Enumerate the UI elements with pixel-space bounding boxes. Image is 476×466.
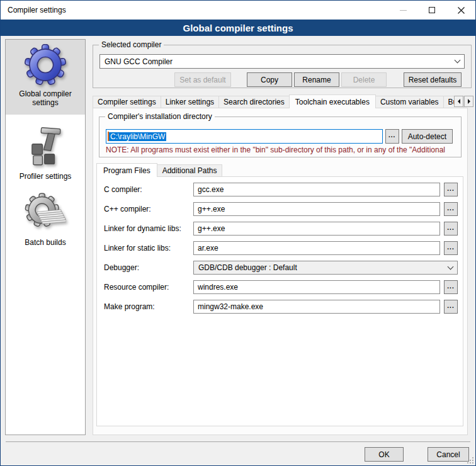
tab-scroll-left-button[interactable] bbox=[454, 96, 463, 107]
selected-path-text: C:\raylib\MinGW bbox=[109, 132, 166, 141]
make-program-input[interactable] bbox=[193, 300, 440, 314]
note-text: NOTE: All programs must exist either in … bbox=[106, 145, 460, 154]
arrow-left-icon bbox=[455, 99, 460, 104]
dialog-buttons: OK Cancel bbox=[365, 447, 469, 462]
program-files-page: C compiler: ... C++ compiler: ... Linker… bbox=[96, 176, 463, 426]
toolchain-form: C compiler: ... C++ compiler: ... Linker… bbox=[104, 183, 458, 314]
field-label: C++ compiler: bbox=[104, 205, 193, 213]
compiler-settings-dialog: Compiler settings Global compiler settin… bbox=[0, 0, 476, 466]
field-label: Resource compiler: bbox=[104, 283, 193, 292]
close-icon bbox=[458, 7, 465, 14]
field-label: Debugger: bbox=[104, 263, 193, 272]
sidebar-item-label: Batch builds bbox=[11, 238, 80, 247]
gear-blue-icon bbox=[25, 44, 66, 88]
tab-scroll-right-button[interactable] bbox=[464, 96, 473, 107]
sidebar-item-label: Global compiler settings bbox=[11, 89, 80, 107]
rename-button[interactable]: Rename bbox=[294, 72, 339, 87]
installation-directory-group: Compiler's installation directory C:\ray… bbox=[99, 116, 462, 157]
linker-dynamic-input[interactable] bbox=[193, 222, 440, 236]
sidebar-item-batch-builds[interactable]: Batch builds bbox=[6, 188, 85, 247]
field-label: Linker for dynamic libs: bbox=[104, 224, 193, 233]
tab-scroll-buttons bbox=[453, 96, 473, 107]
dialog-header: Global compiler settings bbox=[1, 20, 475, 36]
arrow-right-icon bbox=[468, 99, 473, 104]
linker-static-input[interactable] bbox=[193, 241, 440, 255]
chevron-down-icon bbox=[448, 263, 454, 270]
debugger-select-value: GDB/CDB debugger : Default bbox=[198, 263, 297, 272]
delete-button[interactable]: Delete bbox=[341, 72, 387, 87]
browse-resource-compiler-button[interactable]: ... bbox=[444, 280, 458, 294]
form-row-c-compiler: C compiler: ... bbox=[104, 183, 458, 196]
form-row-debugger: Debugger: GDB/CDB debugger : Default bbox=[104, 261, 458, 275]
reset-defaults-button[interactable]: Reset defaults bbox=[404, 72, 462, 87]
field-label: C compiler: bbox=[104, 185, 193, 194]
form-row-make-program: Make program: ... bbox=[104, 300, 458, 314]
chevron-down-icon bbox=[455, 57, 461, 64]
tab-custom-variables[interactable]: Custom variables bbox=[375, 96, 444, 108]
tab-linker-settings[interactable]: Linker settings bbox=[161, 96, 219, 108]
page-title: Global compiler settings bbox=[183, 23, 293, 33]
minimize-icon bbox=[400, 10, 407, 11]
browse-make-program-button[interactable]: ... bbox=[444, 300, 458, 314]
compiler-select-value: GNU GCC Compiler bbox=[105, 57, 173, 66]
resource-compiler-input[interactable] bbox=[193, 280, 440, 294]
installation-directory-input[interactable]: C:\raylib\MinGW bbox=[106, 129, 383, 144]
sidebar-item-profiler-settings[interactable]: Profiler settings bbox=[6, 122, 85, 181]
form-row-linker-dynamic: Linker for dynamic libs: ... bbox=[104, 222, 458, 236]
compiler-select[interactable]: GNU GCC Compiler bbox=[99, 54, 465, 69]
field-label: Make program: bbox=[104, 302, 193, 311]
debugger-select[interactable]: GDB/CDB debugger : Default bbox=[193, 261, 458, 275]
selected-compiler-group: Selected compiler GNU GCC Compiler Set a… bbox=[93, 45, 472, 88]
form-row-resource-compiler: Resource compiler: ... bbox=[104, 280, 458, 294]
browse-linker-static-button[interactable]: ... bbox=[444, 241, 458, 255]
settings-category-list: Global compiler settings bbox=[5, 39, 86, 435]
maximize-icon bbox=[429, 7, 435, 13]
batch-builds-icon bbox=[25, 193, 66, 236]
form-row-linker-static: Linker for static libs: ... bbox=[104, 241, 458, 255]
tab-program-files[interactable]: Program Files bbox=[96, 163, 157, 177]
group-label: Compiler's installation directory bbox=[105, 112, 215, 121]
cpp-compiler-input[interactable] bbox=[193, 202, 440, 216]
tab-search-directories[interactable]: Search directories bbox=[218, 96, 290, 108]
sidebar-item-global-compiler-settings[interactable]: Global compiler settings bbox=[6, 40, 85, 115]
auto-detect-button[interactable]: Auto-detect bbox=[402, 129, 453, 144]
program-tabs: Program Files Additional Paths bbox=[96, 163, 222, 177]
tab-toolchain-executables[interactable]: Toolchain executables bbox=[289, 94, 376, 108]
browse-directory-button[interactable]: ... bbox=[385, 129, 399, 144]
close-button[interactable] bbox=[446, 1, 475, 20]
titlebar[interactable]: Compiler settings bbox=[1, 1, 475, 20]
sidebar-item-label: Profiler settings bbox=[11, 172, 80, 181]
tab-compiler-settings[interactable]: Compiler settings bbox=[93, 96, 161, 108]
ok-button[interactable]: OK bbox=[365, 447, 404, 462]
set-as-default-button[interactable]: Set as default bbox=[174, 72, 231, 87]
group-label: Selected compiler bbox=[99, 40, 164, 49]
tab-additional-paths[interactable]: Additional Paths bbox=[157, 164, 223, 176]
compiler-actions: Set as default Copy Rename Delete Reset … bbox=[174, 72, 462, 87]
form-row-cpp-compiler: C++ compiler: ... bbox=[104, 202, 458, 216]
settings-tabs: Compiler settings Linker settings Search… bbox=[93, 94, 463, 108]
browse-cpp-compiler-button[interactable]: ... bbox=[444, 202, 458, 216]
copy-button[interactable]: Copy bbox=[247, 72, 292, 87]
footer-divider bbox=[6, 441, 470, 442]
browse-c-compiler-button[interactable]: ... bbox=[444, 183, 458, 196]
maximize-button[interactable] bbox=[417, 1, 446, 20]
minimize-button[interactable] bbox=[388, 1, 417, 20]
caption-buttons bbox=[388, 1, 475, 20]
profiler-icon bbox=[25, 127, 66, 170]
resize-grip[interactable] bbox=[467, 457, 474, 464]
c-compiler-input[interactable] bbox=[193, 183, 440, 196]
window-title: Compiler settings bbox=[1, 6, 66, 14]
browse-linker-dynamic-button[interactable]: ... bbox=[444, 222, 458, 236]
cancel-button[interactable]: Cancel bbox=[428, 447, 469, 462]
field-label: Linker for static libs: bbox=[104, 244, 193, 253]
